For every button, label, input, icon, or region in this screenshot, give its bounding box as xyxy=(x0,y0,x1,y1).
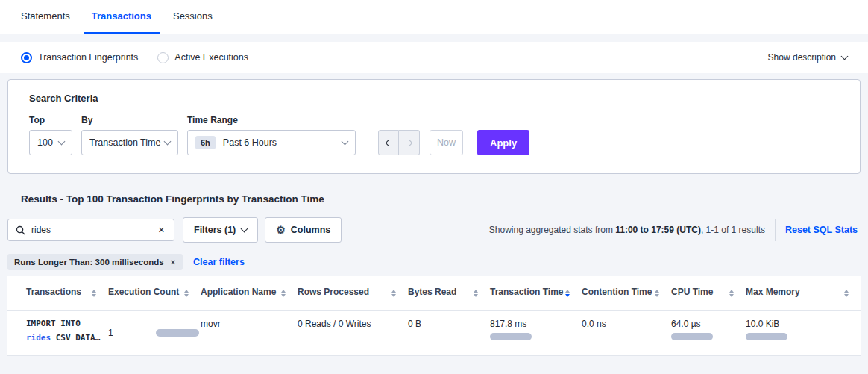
results-heading: Results - Top 100 Transaction Fingerprin… xyxy=(21,193,847,205)
show-description-toggle[interactable]: Show description xyxy=(768,52,847,63)
results-controls-row: ✕ Filters (1) ⚙ Columns Showing aggregat… xyxy=(7,217,861,243)
table-name-link[interactable]: rides xyxy=(26,333,51,343)
tab-sessions[interactable]: Sessions xyxy=(165,0,221,34)
filter-chip-label: Runs Longer Than: 300 milliseconds xyxy=(14,258,164,267)
search-input[interactable] xyxy=(31,225,157,235)
by-select-value: Transaction Time xyxy=(89,137,160,148)
radio-label: Active Executions xyxy=(174,52,248,63)
cell-cpu-time: 64.0 µs xyxy=(671,311,746,355)
time-range-label: Time Range xyxy=(187,115,356,125)
transaction-time-bar xyxy=(490,333,532,340)
search-box: ✕ xyxy=(7,219,174,241)
cell-rows-processed: 0 Reads / 0 Writes xyxy=(298,311,408,355)
chevron-down-icon xyxy=(164,138,172,146)
radio-unselected-icon xyxy=(157,52,169,63)
remove-filter-icon[interactable]: ✕ xyxy=(170,258,176,267)
column-header-transaction-time[interactable]: Transaction Time xyxy=(490,276,582,310)
tab-statements[interactable]: Statements xyxy=(13,0,78,34)
by-select[interactable]: Transaction Time xyxy=(81,130,178,155)
columns-button[interactable]: ⚙ Columns xyxy=(265,217,342,243)
time-range-field: Time Range 6h Past 6 Hours xyxy=(187,115,356,155)
search-icon xyxy=(16,225,25,235)
radio-active-executions[interactable]: Active Executions xyxy=(157,52,248,63)
time-range-value: Past 6 Hours xyxy=(223,137,277,148)
columns-button-label: Columns xyxy=(291,225,330,235)
cell-transaction-time: 817.8 ms xyxy=(490,311,582,355)
radio-transaction-fingerprints[interactable]: Transaction Fingerprints xyxy=(21,52,138,63)
time-range-select[interactable]: 6h Past 6 Hours xyxy=(187,130,356,155)
clear-filters-link[interactable]: Clear filters xyxy=(193,257,245,267)
chevron-down-icon xyxy=(342,138,349,146)
by-field: By Transaction Time xyxy=(81,115,178,155)
aggregated-stats-text: Showing aggregated stats from 11:00 to 1… xyxy=(489,225,765,235)
chevron-right-icon xyxy=(406,139,413,146)
column-header-cpu-time[interactable]: CPU Time xyxy=(671,276,746,310)
sort-icon[interactable] xyxy=(92,290,96,297)
top-select[interactable]: 100 xyxy=(29,130,72,155)
chevron-down-icon xyxy=(58,138,66,146)
now-button[interactable]: Now xyxy=(430,130,463,155)
search-criteria-title: Search Criteria xyxy=(29,93,839,104)
column-header-contention-time[interactable]: Contention Time xyxy=(582,276,671,310)
top-label: Top xyxy=(29,115,72,125)
column-header-rows-processed[interactable]: Rows Processed xyxy=(298,276,408,310)
time-range-arrows xyxy=(378,130,420,155)
table-row: IMPORT INTO rides CSV DATA… 1 movr 0 Rea… xyxy=(7,311,861,356)
table-header-row: Transactions Execution Count Application… xyxy=(7,276,861,311)
stats-area: Showing aggregated stats from 11:00 to 1… xyxy=(489,219,861,241)
search-criteria-card: Search Criteria Top 100 By Transaction T… xyxy=(7,79,861,174)
cpu-time-bar xyxy=(671,333,713,340)
clear-search-icon[interactable]: ✕ xyxy=(157,224,166,237)
column-header-max-memory[interactable]: Max Memory xyxy=(746,276,861,310)
chevron-down-icon xyxy=(841,53,849,60)
sort-icon[interactable] xyxy=(281,290,286,297)
cell-application-name: movr xyxy=(201,311,298,355)
max-memory-bar xyxy=(746,333,787,340)
column-header-application-name[interactable]: Application Name xyxy=(201,276,298,310)
sort-icon[interactable] xyxy=(655,290,659,297)
tab-transactions[interactable]: Transactions xyxy=(84,0,160,34)
sort-icon[interactable] xyxy=(844,290,849,297)
sql-activity-tabbar: Statements Transactions Sessions xyxy=(0,0,868,34)
execution-count-bar xyxy=(156,329,199,337)
gear-icon: ⚙ xyxy=(276,224,286,236)
sort-icon-active-desc[interactable] xyxy=(565,290,570,297)
search-criteria-form: Top 100 By Transaction Time Time Range 6… xyxy=(29,115,839,155)
cell-execution-count: 1 xyxy=(108,311,201,355)
column-header-execution-count[interactable]: Execution Count xyxy=(108,276,201,310)
reset-sql-stats-link[interactable]: Reset SQL Stats xyxy=(785,225,858,235)
chevron-down-icon xyxy=(241,225,248,233)
show-description-label: Show description xyxy=(768,52,836,63)
chevron-left-icon xyxy=(385,139,392,146)
cell-bytes-read: 0 B xyxy=(408,311,490,355)
transaction-fingerprint-link[interactable]: IMPORT INTO rides CSV DATA… xyxy=(26,311,108,355)
top-field: Top 100 xyxy=(29,115,72,155)
filters-button-label: Filters (1) xyxy=(194,225,236,235)
filter-chip-row: Runs Longer Than: 300 milliseconds ✕ Cle… xyxy=(7,254,861,270)
radio-selected-icon xyxy=(21,52,32,63)
time-range-next-button[interactable] xyxy=(399,130,420,155)
time-range-prev-button[interactable] xyxy=(378,130,399,155)
column-header-transactions[interactable]: Transactions xyxy=(26,276,108,310)
sort-icon[interactable] xyxy=(184,290,189,297)
time-range-badge: 6h xyxy=(195,136,216,149)
filters-button[interactable]: Filters (1) xyxy=(183,217,258,243)
cell-contention-time: 0.0 ns xyxy=(582,311,671,355)
view-toggle-band: Transaction Fingerprints Active Executio… xyxy=(0,42,868,73)
by-label: By xyxy=(81,115,178,125)
sort-icon[interactable] xyxy=(391,290,396,297)
top-select-value: 100 xyxy=(37,137,53,148)
column-header-bytes-read[interactable]: Bytes Read xyxy=(408,276,490,310)
apply-button[interactable]: Apply xyxy=(477,130,529,155)
filter-chip: Runs Longer Than: 300 milliseconds ✕ xyxy=(7,254,183,270)
results-table: Transactions Execution Count Application… xyxy=(7,276,861,356)
sort-icon[interactable] xyxy=(729,290,734,297)
sort-icon[interactable] xyxy=(474,290,478,297)
cell-max-memory: 10.0 KiB xyxy=(746,311,861,355)
radio-label: Transaction Fingerprints xyxy=(38,52,138,63)
vertical-divider xyxy=(775,219,776,241)
